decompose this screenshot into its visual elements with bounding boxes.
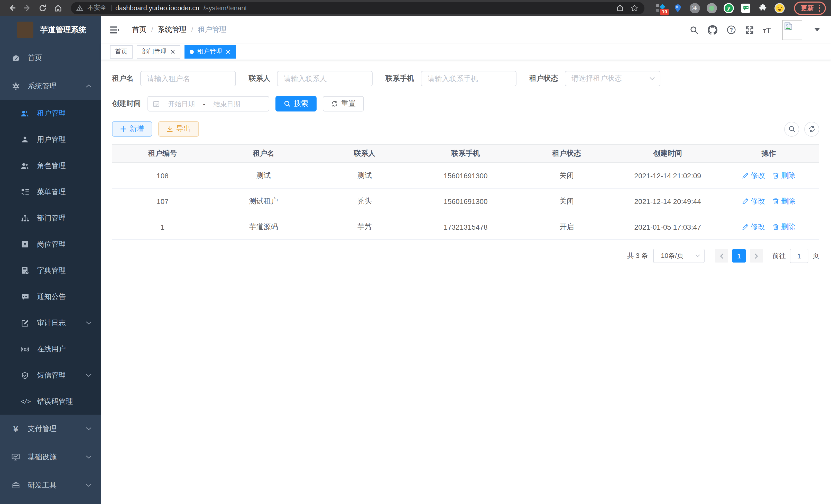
sidebar-item-post[interactable]: 岗位管理 <box>0 231 101 258</box>
extension-command-icon[interactable]: ⌘ <box>690 3 700 13</box>
show-search-toggle-icon[interactable] <box>784 121 799 137</box>
browser-home-icon[interactable] <box>51 1 65 14</box>
extension-pin-icon[interactable] <box>673 3 683 13</box>
tags-view-bar: 首页 部门管理 租户管理 <box>101 44 831 60</box>
tab-dept[interactable]: 部门管理 <box>137 45 180 58</box>
sidebar-item-sms[interactable]: 短信管理 <box>0 362 101 388</box>
sidebar-item-error-code[interactable]: </> 错误码管理 <box>0 388 101 415</box>
extension-dot-icon[interactable] <box>707 3 717 13</box>
breadcrumb-home[interactable]: 首页 <box>132 25 146 34</box>
refresh-table-icon[interactable] <box>804 121 819 137</box>
contact-input[interactable] <box>277 71 373 86</box>
app-logo <box>17 22 33 38</box>
browser-forward-icon[interactable] <box>21 1 34 14</box>
search-button[interactable]: 搜索 <box>276 96 317 112</box>
help-icon[interactable]: ? <box>726 25 736 34</box>
user-avatar[interactable] <box>782 20 802 40</box>
edit-link[interactable]: 修改 <box>742 197 765 206</box>
header-search-icon[interactable] <box>689 25 698 34</box>
delete-link[interactable]: 删除 <box>772 222 796 232</box>
sidebar-item-dict[interactable]: 字典管理 <box>0 258 101 284</box>
sidebar-item-role[interactable]: 角色管理 <box>0 153 101 179</box>
extension-badge-icon[interactable]: 10 <box>656 3 666 13</box>
mobile-input[interactable] <box>421 71 516 86</box>
update-button[interactable]: 更新 <box>794 1 826 14</box>
chevron-down-icon <box>86 483 91 487</box>
bookmark-star-icon[interactable] <box>629 3 639 13</box>
delete-link[interactable]: 删除 <box>772 171 796 180</box>
tab-home[interactable]: 首页 <box>110 45 133 58</box>
message-bubble-icon <box>21 292 29 301</box>
address-bar[interactable]: 不安全 dashboard.yudao.iocoder.cn/system/te… <box>71 2 644 14</box>
tenant-name-input[interactable] <box>140 71 236 86</box>
profile-avatar-icon[interactable] <box>774 3 785 13</box>
app-title: 芋道管理系统 <box>40 25 86 35</box>
page-content: 租户名 联系人 联系手机 租户状态 请选择租户状态 <box>101 60 831 504</box>
sidebar-item-audit-log[interactable]: 审计日志 <box>0 310 101 336</box>
breadcrumb-system[interactable]: 系统管理 <box>158 25 187 34</box>
sidebar-item-user[interactable]: 用户管理 <box>0 126 101 153</box>
sidebar-item-dev-tools[interactable]: 研发工具 <box>0 471 101 499</box>
sidebar-item-home[interactable]: 首页 <box>0 44 101 72</box>
export-button[interactable]: 导出 <box>158 121 199 137</box>
font-size-icon[interactable]: TT <box>763 26 771 34</box>
browser-back-icon[interactable] <box>5 1 19 14</box>
col-header: 联系人 <box>314 145 415 162</box>
next-page-button[interactable] <box>750 249 763 263</box>
chevron-down-icon <box>86 374 91 377</box>
goto-page-input[interactable] <box>790 249 808 263</box>
breadcrumb: 首页 / 系统管理 / 租户管理 <box>132 25 227 34</box>
security-label: 不安全 <box>87 4 107 12</box>
end-date-input[interactable] <box>207 99 247 108</box>
yen-icon: ¥ <box>11 424 20 433</box>
start-date-input[interactable] <box>162 99 201 108</box>
sidebar-item-system[interactable]: 系统管理 <box>0 72 101 100</box>
delete-link[interactable]: 删除 <box>772 197 796 206</box>
close-icon[interactable] <box>170 49 175 54</box>
sidebar-item-dept[interactable]: 部门管理 <box>0 205 101 231</box>
browser-menu-icon[interactable] <box>819 4 820 11</box>
edit-log-icon <box>21 319 29 327</box>
avatar-dropdown-caret[interactable] <box>814 28 820 31</box>
date-range-picker[interactable]: - <box>147 96 269 112</box>
toolbox-icon <box>11 481 20 490</box>
edit-link[interactable]: 修改 <box>742 222 765 232</box>
goto-label: 前往 <box>772 251 786 261</box>
table-row: 108 测试 测试 15601691300 关闭 2021-12-14 21:0… <box>112 163 819 188</box>
users-icon <box>21 109 29 118</box>
col-header: 联系手机 <box>415 145 516 162</box>
browser-reload-icon[interactable] <box>36 1 49 14</box>
sidebar-item-online-user[interactable]: 在线用户 <box>0 336 101 362</box>
browser-toolbar: 不安全 dashboard.yudao.iocoder.cn/system/te… <box>0 0 831 16</box>
prev-page-button[interactable] <box>715 249 728 263</box>
app-logo-row[interactable]: 芋道管理系统 <box>0 16 101 44</box>
extensions-puzzle-icon[interactable] <box>757 3 768 13</box>
id-badge-icon <box>21 240 29 249</box>
edit-link[interactable]: 修改 <box>742 171 765 180</box>
url-host: dashboard.yudao.iocoder.cn <box>115 4 199 12</box>
dashboard-icon <box>11 53 20 62</box>
page-number-current[interactable]: 1 <box>732 249 746 263</box>
extension-y-icon[interactable]: y <box>724 3 734 13</box>
url-path: /system/tenant <box>203 4 247 12</box>
sidebar-item-infra[interactable]: 基础设施 <box>0 443 101 471</box>
sidebar-collapse-icon[interactable] <box>110 26 119 34</box>
github-icon[interactable] <box>708 25 717 35</box>
col-header: 租户状态 <box>516 145 617 162</box>
tab-tenant[interactable]: 租户管理 <box>184 45 236 58</box>
sidebar-item-notice[interactable]: 通知公告 <box>0 284 101 310</box>
screen: 不安全 dashboard.yudao.iocoder.cn/system/te… <box>0 0 831 504</box>
search-icon <box>284 100 291 108</box>
add-button[interactable]: 新增 <box>112 121 152 137</box>
org-chart-icon <box>21 214 29 223</box>
extension-chat-icon[interactable] <box>741 3 751 13</box>
share-icon[interactable] <box>614 3 625 13</box>
sidebar-item-pay[interactable]: ¥ 支付管理 <box>0 415 101 443</box>
status-select[interactable]: 请选择租户状态 <box>565 71 660 86</box>
sidebar-item-menu[interactable]: 菜单管理 <box>0 179 101 205</box>
page-size-select[interactable]: 10条/页 <box>653 249 705 263</box>
close-icon[interactable] <box>226 49 231 54</box>
reset-button[interactable]: 重置 <box>323 96 364 112</box>
fullscreen-icon[interactable] <box>745 25 754 34</box>
sidebar-item-tenant[interactable]: 租户管理 <box>0 100 101 126</box>
